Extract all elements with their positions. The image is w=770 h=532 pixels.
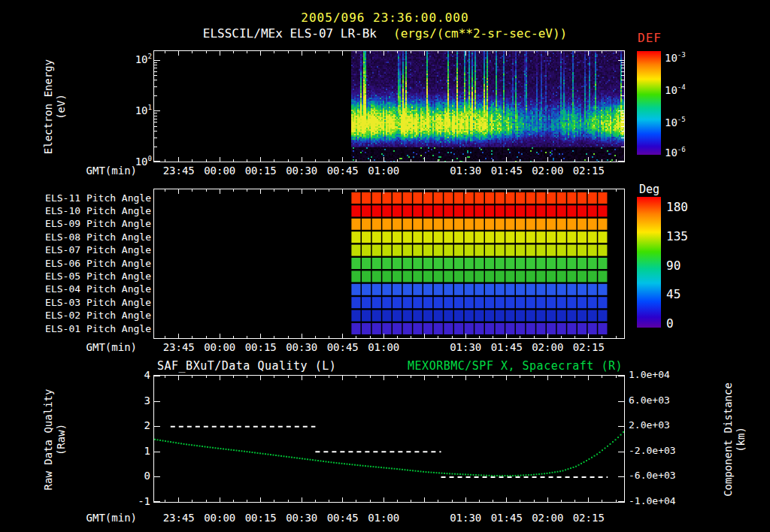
x-tick-label: 00:45 <box>320 341 365 353</box>
x-tick-label: 01:00 <box>361 512 406 524</box>
deg-colorbar-tick-label: 90 <box>666 258 704 273</box>
quality-tick-label: -1 <box>117 495 150 507</box>
x-tick-label: 02:00 <box>525 341 570 353</box>
x-tick-label: 01:45 <box>484 512 529 524</box>
x-tick-label: 23:45 <box>156 512 202 524</box>
title-datetime: 2005/096 23:36:00.000 <box>0 11 770 25</box>
deg-colorbar-tick-label: 0 <box>666 316 704 331</box>
quality-y-axis-label: Raw Data Quality (Raw) <box>42 357 69 522</box>
quality-distance-panel <box>153 375 625 503</box>
quality-tick-label: 1 <box>117 445 150 457</box>
energy-tick-label: 100 <box>105 155 152 168</box>
def-colorbar-tick-label: 10-3 <box>665 51 710 64</box>
def-colorbar-tick-label: 10-4 <box>665 83 710 96</box>
quality-label-units: (Raw) <box>55 357 68 522</box>
distance-tick-label: -6.0e+03 <box>629 470 683 481</box>
x-tick-label: 01:00 <box>361 341 406 353</box>
x-tick-label: 23:45 <box>156 165 202 177</box>
gmt-label-3: GMT(min) <box>78 512 137 524</box>
def-colorbar-tick-label: 10-6 <box>665 146 710 159</box>
pitch-row-label: ELS-01 Pitch Angle <box>30 323 151 334</box>
pitch-row-label: ELS-11 Pitch Angle <box>30 192 151 204</box>
x-tick-label: 01:30 <box>443 512 488 524</box>
x-tick-label: 02:00 <box>525 512 570 524</box>
pitch-row-label: ELS-05 Pitch Angle <box>30 271 151 282</box>
distance-label-units: (km) <box>735 357 747 522</box>
quality-distance-canvas <box>154 376 624 502</box>
x-tick-label: 00:15 <box>238 341 283 353</box>
x-tick-label: 00:00 <box>197 341 242 353</box>
deg-colorbar <box>637 197 661 328</box>
distance-y-axis-label: Component Distance (km) <box>722 357 749 522</box>
x-tick-label: 00:30 <box>279 512 324 524</box>
quality-label-text: Raw Data Quality <box>42 357 55 522</box>
energy-tick-label: 101 <box>105 104 152 116</box>
x-tick-label: 02:15 <box>566 165 611 177</box>
distance-tick-label: 2.0e+03 <box>629 419 683 431</box>
x-tick-label: 00:45 <box>320 165 365 177</box>
x-tick-label: 00:15 <box>238 165 283 177</box>
pitch-angle-canvas <box>154 189 624 338</box>
gmt-label-2: GMT(min) <box>78 341 137 353</box>
def-colorbar-tick-label: 10-5 <box>665 116 710 128</box>
pitch-row-label: ELS-09 Pitch Angle <box>30 218 151 229</box>
pitch-row-label: ELS-04 Pitch Angle <box>30 283 151 295</box>
quality-tick-label: 0 <box>117 470 150 482</box>
pitch-row-label: ELS-06 Pitch Angle <box>30 258 151 269</box>
mex-els-quicklook-plot: 2005/096 23:36:00.000 ELSSCIL/MEx ELS-07… <box>0 0 770 532</box>
spectrogram-panel <box>153 50 625 162</box>
distance-tick-label: 1.0e+04 <box>629 369 683 380</box>
flux-units-label: (ergs/(cm**2-sr-sec-eV)) <box>393 26 567 41</box>
deg-colorbar-title: Deg <box>639 183 659 196</box>
ylabel-units: (eV) <box>55 24 68 189</box>
pitch-angle-panel <box>153 189 625 339</box>
quality-tick-label: 4 <box>117 369 150 381</box>
x-tick-label: 01:45 <box>484 165 529 177</box>
distance-tick-label: 6.0e+03 <box>629 394 683 406</box>
bottom-right-title: MEXORBMC/SPF X, Spacecraft (R) <box>154 359 623 373</box>
spectrogram-y-axis-label: Electron Energy (eV) <box>42 24 69 189</box>
def-colorbar-title: DEF <box>638 31 662 45</box>
x-tick-label: 02:15 <box>566 512 611 524</box>
pitch-row-label: ELS-02 Pitch Angle <box>30 310 151 321</box>
x-tick-label: 00:45 <box>320 512 365 524</box>
quality-tick-label: 3 <box>117 394 150 407</box>
spectrogram-canvas <box>154 51 624 162</box>
x-tick-label: 00:30 <box>279 341 324 353</box>
x-tick-label: 02:00 <box>525 165 570 177</box>
x-tick-label: 00:15 <box>238 512 283 524</box>
def-colorbar <box>637 51 661 155</box>
x-tick-label: 02:15 <box>566 341 611 353</box>
x-tick-label: 01:45 <box>484 341 529 353</box>
x-tick-label: 01:30 <box>443 341 488 353</box>
x-tick-label: 23:45 <box>156 341 202 353</box>
x-tick-label: 01:00 <box>361 165 406 177</box>
distance-tick-label: -2.0e+03 <box>629 445 683 456</box>
deg-colorbar-tick-label: 45 <box>666 287 704 301</box>
pitch-row-label: ELS-07 Pitch Angle <box>30 244 151 255</box>
x-tick-label: 00:00 <box>197 165 242 177</box>
x-tick-label: 00:30 <box>279 165 324 177</box>
x-tick-label: 00:00 <box>197 512 242 524</box>
quality-tick-label: 2 <box>117 419 150 431</box>
x-tick-label: 01:30 <box>443 165 488 177</box>
deg-colorbar-tick-label: 135 <box>666 229 704 243</box>
energy-tick-label: 102 <box>105 53 152 65</box>
distance-tick-label: -1.0e+04 <box>629 495 683 506</box>
distance-label-text: Component Distance <box>722 357 735 522</box>
pitch-row-label: ELS-08 Pitch Angle <box>30 231 151 243</box>
deg-colorbar-tick-label: 180 <box>666 200 704 214</box>
ylabel-text: Electron Energy <box>42 24 55 189</box>
pitch-row-label: ELS-10 Pitch Angle <box>30 205 151 216</box>
pitch-row-label: ELS-03 Pitch Angle <box>30 297 151 308</box>
instrument-name: ELSSCIL/MEx ELS-07 LR-Bk <box>203 26 377 41</box>
